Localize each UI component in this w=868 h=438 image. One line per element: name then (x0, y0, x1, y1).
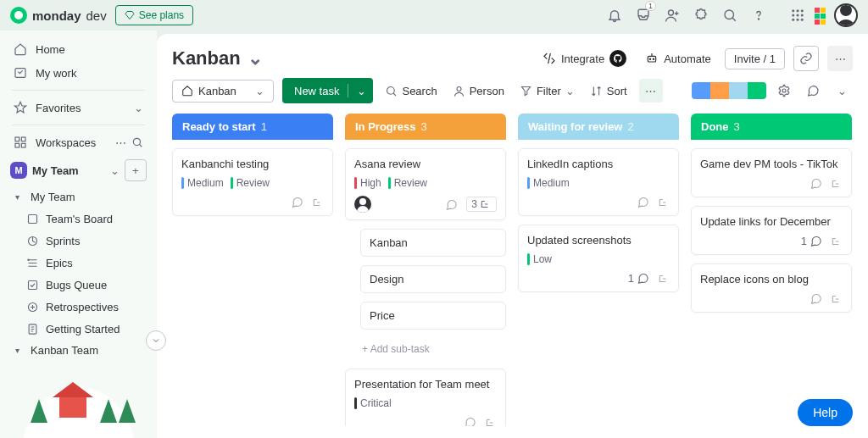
collapse-sidebar-button[interactable] (146, 330, 166, 351)
column-header[interactable]: Ready to start 1 (172, 114, 333, 140)
apps-button[interactable] (688, 3, 714, 28)
card-comments[interactable]: 1 (801, 235, 822, 247)
sort-icon (590, 85, 603, 97)
integrate-button[interactable]: Integrate (537, 47, 632, 70)
card-comments[interactable] (810, 292, 822, 305)
sidebar-item-home[interactable]: Home (3, 37, 153, 61)
column-header[interactable]: Done 3 (691, 114, 852, 140)
toolbar-more-button[interactable]: ⋯ (639, 79, 663, 103)
board-more-button[interactable]: ⋯ (827, 46, 853, 71)
card-comments[interactable] (810, 177, 822, 190)
svg-point-29 (782, 89, 786, 92)
kanban-card[interactable]: Update links for December1 (691, 206, 852, 255)
chevron-down-icon: ⌄ (110, 164, 120, 177)
kanban-column: In Progress 3Asana reviewHighReview3 Kan… (345, 114, 506, 426)
color-swatch (729, 82, 748, 99)
tree-item[interactable]: Bugs Queue (10, 274, 153, 296)
filter-icon (520, 85, 532, 97)
tree-item[interactable]: Sprints (10, 230, 153, 252)
card-comments[interactable] (637, 196, 649, 208)
automate-button[interactable]: Automate (640, 48, 716, 69)
tree-label: Bugs Queue (46, 279, 107, 291)
see-plans-button[interactable]: See plans (115, 5, 193, 25)
column-header[interactable]: In Progress 3 (345, 114, 506, 140)
invite-members-button[interactable] (659, 3, 685, 28)
subtask-card[interactable]: Price (360, 302, 506, 330)
help-floating-button[interactable]: Help (798, 399, 853, 426)
toolbar-chevron-button[interactable]: ⌄ (831, 80, 853, 102)
sidebar-item-favorites[interactable]: Favorites ⌄ (3, 96, 153, 119)
add-subtask-button[interactable]: + Add sub-task (362, 338, 506, 360)
topbar-right (602, 3, 858, 28)
kanban-card[interactable]: LinkedIn captionsMedium (518, 148, 679, 216)
card-subtasks[interactable] (831, 178, 843, 190)
tree-root-2[interactable]: ▾ Kanban Team (10, 340, 153, 361)
card-subtasks[interactable] (658, 197, 670, 208)
svg-point-11 (801, 19, 804, 21)
sidebar: Home My work Favorites ⌄ Workspaces ⋯ (0, 30, 157, 438)
workspace-selector[interactable]: M My Team ⌄ + (3, 154, 153, 186)
sort-tool-button[interactable]: Sort (587, 81, 631, 101)
tree-root[interactable]: ▾ My Team (10, 186, 153, 208)
kanban-card[interactable]: Presentation for Team meetCritical (345, 369, 506, 426)
card-comments[interactable] (291, 196, 303, 208)
kanban-card[interactable]: Asana reviewHighReview3 (345, 148, 506, 220)
subtask-card[interactable]: Kanban (360, 229, 506, 257)
kanban-card[interactable]: Updated screenshotsLow1 (518, 225, 679, 292)
new-task-button[interactable]: New task ⌄ (282, 78, 373, 103)
kanban-card[interactable]: Kanbanchi testingMediumReview (172, 148, 333, 216)
profile-avatar[interactable] (834, 3, 858, 27)
card-subtasks[interactable] (831, 236, 843, 247)
settings-button[interactable] (773, 80, 795, 102)
product-logo[interactable]: monday dev (10, 7, 107, 24)
kanban-card[interactable]: Game dev PM tools - TikTok (691, 148, 852, 197)
product-name: monday (32, 8, 81, 23)
view-selector[interactable]: Kanban ⌄ (172, 80, 274, 103)
svg-point-4 (797, 9, 799, 12)
tree-item[interactable]: Retrospectives (10, 296, 153, 318)
tree-label: My Team (31, 191, 75, 203)
kanban-card[interactable]: Replace icons on blog (691, 263, 852, 313)
chat-button[interactable] (802, 80, 824, 102)
sidebar-item-mywork[interactable]: My work (3, 61, 153, 85)
filter-tool-button[interactable]: Filter ⌄ (516, 81, 578, 101)
more-icon[interactable]: ⋯ (115, 136, 126, 149)
person-tool-button[interactable]: Person (449, 81, 508, 101)
search-button[interactable] (717, 3, 743, 28)
column-title: Done (701, 120, 729, 133)
add-workspace-button[interactable]: + (125, 159, 147, 181)
card-comments[interactable] (445, 198, 458, 211)
search-workspace-icon[interactable] (131, 136, 143, 148)
card-subtasks-count[interactable]: 3 (466, 197, 497, 212)
robot-icon (645, 52, 659, 65)
apps-grid-button[interactable] (785, 3, 810, 28)
notifications-button[interactable] (602, 3, 627, 28)
column-count: 3 (421, 120, 427, 133)
tree-item[interactable]: Epics (10, 252, 153, 274)
card-subtasks[interactable] (658, 273, 670, 285)
inbox-button[interactable] (631, 3, 656, 28)
card-title: Replace icons on blog (700, 273, 843, 286)
card-subtasks[interactable] (831, 293, 843, 305)
tree-label: Kanban Team (31, 344, 98, 357)
card-comments[interactable] (464, 416, 476, 426)
tree-item[interactable]: Getting Started (10, 318, 153, 340)
chevron-down-icon: ⌄ (134, 102, 143, 114)
sidebar-item-workspaces[interactable]: Workspaces ⋯ (3, 130, 153, 154)
board-title[interactable]: Kanban ⌄ (172, 47, 263, 69)
link-button[interactable] (793, 46, 819, 71)
help-button[interactable] (746, 3, 771, 28)
invite-button[interactable]: Invite / 1 (725, 48, 785, 69)
column-color-strip[interactable] (692, 82, 766, 99)
sidebar-label: Workspaces (36, 136, 96, 149)
subtask-card[interactable]: Design (360, 265, 506, 293)
card-comments[interactable]: 1 (628, 272, 649, 285)
card-subtasks[interactable] (485, 417, 497, 427)
card-subtasks[interactable] (312, 197, 324, 208)
tree-item[interactable]: Team's Board (10, 208, 153, 230)
svg-point-0 (669, 10, 674, 15)
card-tag: Critical (354, 397, 392, 409)
search-tool-button[interactable]: Search (381, 81, 440, 101)
kanban-column: Waiting for review 2LinkedIn captionsMed… (518, 114, 679, 426)
column-header[interactable]: Waiting for review 2 (518, 114, 679, 140)
